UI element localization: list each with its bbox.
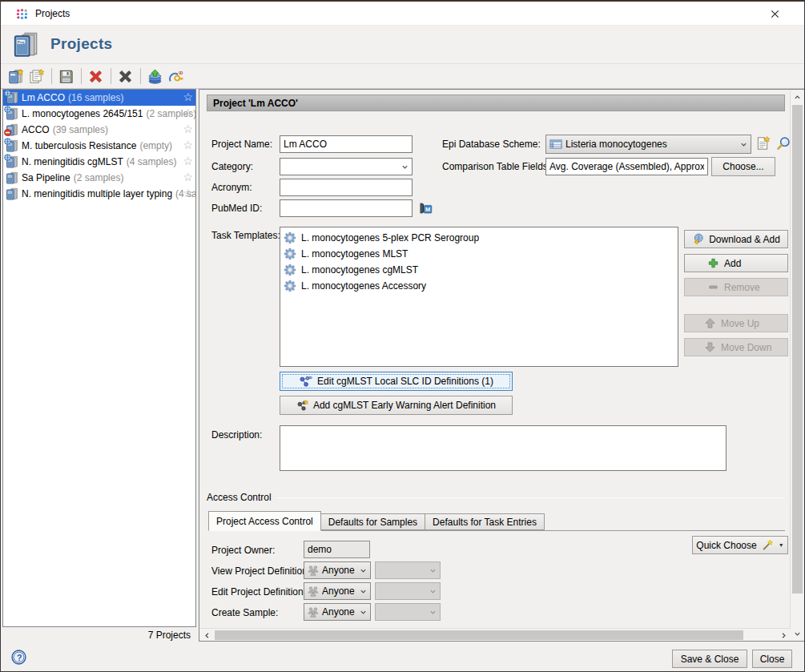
pubmed-lookup-button[interactable]: [418, 201, 434, 217]
save-and-close-button[interactable]: Save & Close: [672, 650, 747, 668]
task-template-item[interactable]: L. monocytogenes cgMLST: [280, 262, 678, 278]
view-project-definition-label: View Project Definition:: [211, 565, 310, 577]
chevron-down-icon: [740, 141, 747, 148]
task-template-name: L. monocytogenes MLST: [301, 248, 408, 260]
bottom-bar: Save & Close Close: [1, 642, 804, 672]
download-add-button[interactable]: Download & Add: [684, 230, 788, 248]
toolbar-separator: [51, 68, 52, 84]
scroll-up-arrow[interactable]: [791, 91, 804, 104]
caret-down-icon: ▼: [779, 542, 784, 548]
project-list-item[interactable]: M. tuberculosis Resistance (empty) ☆: [3, 138, 195, 154]
chevron-down-icon: [429, 588, 437, 595]
vertical-scroll-thumb[interactable]: [792, 105, 803, 594]
copy-project-button[interactable]: [26, 66, 46, 86]
new-project-button[interactable]: [6, 66, 25, 86]
new-project-icon: [8, 69, 23, 84]
task-template-gear-icon: [284, 264, 296, 276]
task-template-name: L. monocytogenes 5-plex PCR Serogroup: [301, 232, 479, 243]
add-label: Add: [724, 258, 741, 269]
vertical-scrollbar[interactable]: [790, 91, 803, 641]
chevron-left-icon: [203, 632, 211, 639]
favorite-star-icon[interactable]: ☆: [183, 91, 193, 103]
category-label: Category:: [211, 161, 253, 172]
project-list-item[interactable]: Sa Pipeline (2 samples) ☆: [3, 170, 195, 186]
horizontal-scrollbar[interactable]: [200, 628, 791, 641]
edit-definition-group-select[interactable]: [375, 582, 441, 600]
arrow-up-icon: [704, 317, 716, 329]
project-list-item[interactable]: N. meningitidis multiple layer typing (4…: [3, 186, 195, 202]
task-template-item[interactable]: L. monocytogenes 5-plex PCR Serogroup: [280, 230, 678, 246]
new-scheme-button[interactable]: [755, 136, 771, 152]
favorite-star-icon[interactable]: ☆: [183, 171, 193, 183]
project-name-input[interactable]: [280, 135, 413, 153]
move-down-label: Move Down: [721, 342, 771, 353]
close-button[interactable]: Close: [752, 650, 792, 668]
favorite-star-icon[interactable]: ☆: [183, 187, 193, 199]
description-textarea[interactable]: [280, 425, 727, 471]
remove-button[interactable]: Remove: [684, 278, 788, 296]
horizontal-scroll-thumb[interactable]: [215, 630, 743, 640]
app-icon: [16, 8, 28, 20]
view-definition-group-select[interactable]: [375, 561, 441, 579]
project-name: N. meningitidis cgMLST: [22, 156, 123, 167]
favorite-star-icon[interactable]: ☆: [183, 123, 193, 135]
scroll-down-arrow[interactable]: [791, 627, 804, 641]
choose-button-label: Choose...: [722, 161, 763, 172]
add-button[interactable]: Add: [684, 254, 788, 272]
edit-definition-select[interactable]: Anyone: [304, 582, 371, 600]
category-select[interactable]: [280, 158, 413, 175]
epi-scheme-value: Listeria monocytogenes: [566, 139, 667, 150]
add-ewa-definition-button[interactable]: Add cgMLST Early Warning Alert Definitio…: [280, 396, 513, 415]
project-list-item[interactable]: N. meningitidis cgMLST (4 samples) ☆: [3, 154, 195, 170]
view-definition-select[interactable]: Anyone: [304, 561, 371, 579]
favorite-star-icon[interactable]: ☆: [183, 139, 193, 151]
project-list-item[interactable]: Lm ACCO (16 samples) ☆: [3, 90, 195, 106]
tab-project-access-control[interactable]: Project Access Control: [208, 511, 321, 531]
cluster-star-icon: [296, 400, 308, 412]
edit-definition-value: Anyone: [322, 585, 355, 597]
edit-project-definition-label: Edit Project Definition:: [211, 586, 306, 598]
scroll-left-arrow[interactable]: [200, 629, 214, 642]
project-name: L. monocytogenes 2645/151: [22, 108, 143, 119]
epi-scheme-select[interactable]: Listeria monocytogenes: [545, 135, 751, 154]
tab-defaults-for-samples[interactable]: Defaults for Samples: [321, 513, 425, 530]
project-name: M. tuberculosis Resistance: [22, 140, 136, 151]
toolbar-separator: [140, 68, 141, 84]
close-window-button[interactable]: [758, 2, 791, 26]
chevron-down-icon: [401, 163, 409, 171]
acronym-input[interactable]: [280, 179, 413, 196]
task-template-item[interactable]: L. monocytogenes MLST: [280, 246, 678, 262]
remove-assignment-button[interactable]: [115, 66, 135, 86]
shared-globe-icon: [4, 154, 11, 161]
project-name: Sa Pipeline: [22, 172, 70, 183]
quick-choose-button[interactable]: Quick Choose ▼: [692, 536, 788, 554]
group-rule: [276, 497, 785, 498]
project-count-label: (39 samples): [53, 124, 108, 135]
project-owner-input[interactable]: [304, 541, 370, 558]
choose-fields-button[interactable]: Choose...: [711, 157, 775, 176]
comparison-fields-input[interactable]: [545, 158, 708, 175]
move-down-button[interactable]: Move Down: [684, 338, 788, 356]
project-count-label: (16 samples): [68, 92, 123, 103]
chevron-down-icon: [794, 630, 801, 638]
create-sample-group-select[interactable]: [375, 603, 441, 621]
scroll-right-arrow[interactable]: [777, 629, 791, 642]
edit-slc-definitions-button[interactable]: Edit cgMLST Local SLC ID Definitions (1): [280, 372, 513, 391]
upload-database-button[interactable]: [145, 66, 164, 86]
save-close-label: Save & Close: [681, 654, 739, 665]
project-list-item[interactable]: L. monocytogenes 2645/151 (2 samples) ☆: [3, 106, 195, 122]
pubmed-id-input[interactable]: [280, 199, 413, 217]
shared-globe-icon: [4, 106, 11, 113]
favorite-star-icon[interactable]: ☆: [183, 107, 193, 119]
task-template-item[interactable]: L. monocytogenes Accessory: [280, 278, 678, 294]
help-button[interactable]: [11, 650, 26, 665]
create-sample-select[interactable]: Anyone: [304, 603, 371, 621]
task-templates-list[interactable]: L. monocytogenes 5-plex PCR Serogroup L.…: [280, 227, 678, 367]
id-key-button[interactable]: [166, 66, 185, 86]
save-button[interactable]: [56, 66, 75, 86]
move-up-button[interactable]: Move Up: [684, 314, 788, 332]
tab-defaults-for-task-entries[interactable]: Defaults for Task Entries: [425, 513, 545, 530]
project-list-item[interactable]: ACCO (39 samples) ☆: [3, 122, 195, 138]
delete-project-button[interactable]: [86, 66, 105, 86]
favorite-star-icon[interactable]: ☆: [183, 155, 193, 167]
